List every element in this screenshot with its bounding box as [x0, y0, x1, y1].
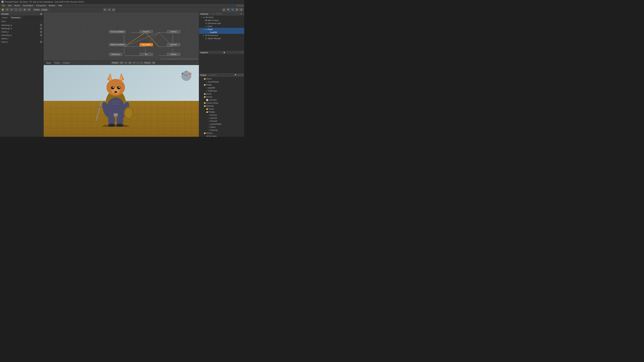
project-item-dogpbr-prefab[interactable]: ◇ DogPBR [199, 86, 244, 89]
hierarchy-add-btn[interactable]: + [210, 13, 211, 15]
hierarchy-search-input[interactable] [216, 12, 238, 15]
transform-tool[interactable]: ⊞ [23, 8, 26, 11]
menu-window[interactable]: Window [47, 4, 56, 7]
hierarchy-item-environment[interactable]: ▶ 🌿 Environment [199, 34, 244, 37]
hierarchy-item-my-game[interactable]: ▼ ◈ My Game [199, 16, 244, 19]
node-die-recover[interactable]: DieRecover [109, 53, 122, 56]
project-filter-icon[interactable]: ⊡ [238, 74, 240, 76]
effects-btn[interactable]: ✦ [132, 61, 136, 64]
play-button[interactable]: ▶ [103, 8, 107, 11]
project-item-enemy2[interactable]: ◇ Enemy2 [199, 116, 244, 119]
project-item-powerup[interactable]: ◇ Powerup [199, 129, 244, 132]
hierarchy-item-player[interactable]: ▼ ◈ Player › [199, 28, 244, 31]
lighting-btn[interactable]: ☀ [124, 61, 128, 64]
node-idle-battle[interactable]: Idle_Battle [140, 43, 153, 46]
rotate-tool[interactable]: ↻ [10, 8, 14, 11]
project-item-colors[interactable]: 📁 Colors [199, 107, 244, 110]
center-label[interactable]: Center [34, 9, 40, 11]
node-walk-forward[interactable]: WalkForwardBattle [109, 43, 126, 46]
tab-game[interactable]: Game [53, 61, 61, 64]
hierarchy-item-spawn-manager[interactable]: ◈ Spawn Manager [199, 37, 244, 40]
node-defend1[interactable]: Defend1 [167, 30, 180, 33]
collab-icon[interactable]: ☁ [222, 8, 226, 11]
project-add-btn[interactable]: + [208, 74, 209, 76]
inspector-menu-btn[interactable]: ⋮ [240, 51, 243, 54]
custom-tool[interactable]: ⚙ [27, 8, 31, 11]
tab-console[interactable]: Console [62, 61, 71, 64]
hierarchy-item-main-camera[interactable]: 📷 Main Camera [199, 19, 244, 22]
layout-icon[interactable]: ⊟ [240, 8, 243, 11]
animator-lock-icon[interactable]: 🔒 [40, 13, 42, 15]
tab-layers[interactable]: Layers [1, 16, 9, 19]
animator-graph[interactable]: Base Layer Auto Live Link ⋮ [44, 12, 199, 61]
project-item-scenes[interactable]: 📁 Scenes [199, 132, 244, 135]
layers-icon[interactable]: ⊞ [235, 8, 239, 11]
param-add-btn[interactable]: + [41, 20, 42, 22]
project-item-dogpolyart[interactable]: ◇ DogPolyart [199, 89, 244, 92]
account-label[interactable]: Account [237, 4, 244, 6]
param-dead-checkbox[interactable] [40, 41, 42, 43]
gizmos-btn[interactable]: Gizmos [144, 61, 151, 64]
node-die[interactable]: Die [140, 53, 153, 56]
scene-options-btn[interactable]: ⋮ [196, 61, 198, 64]
project-item-prefab[interactable]: 📁 Prefab [199, 83, 244, 86]
project-search-input[interactable] [210, 73, 234, 77]
search-icon[interactable]: 🔍 [234, 74, 237, 76]
hierarchy-item-directional-light[interactable]: ☀ Directional Light [199, 22, 244, 25]
all-btn[interactable]: All [152, 61, 156, 64]
node-run-forward[interactable]: RunForwardBattle [109, 30, 126, 33]
param-speed-value[interactable]: 0 [41, 38, 42, 39]
hierarchy-item-plane[interactable]: ▭ Plane [199, 25, 244, 28]
project-item-texture[interactable]: 📁 Texture [199, 95, 244, 98]
project-item-enemy3[interactable]: ◇ Enemy3 [199, 119, 244, 122]
global-label[interactable]: Global [42, 9, 47, 11]
project-item-sword-polyart[interactable]: ◇ SwordPolyart [199, 80, 244, 83]
inspector-lock-icon[interactable]: 🔒 [223, 51, 225, 53]
menu-assets[interactable]: Assets [13, 4, 21, 7]
graph-options-btn[interactable]: ⋮ [45, 57, 47, 60]
move-tool[interactable]: ✛ [5, 8, 9, 11]
menu-edit[interactable]: Edit [7, 4, 12, 7]
hierarchy-menu-btn[interactable]: ⋮ [243, 12, 244, 15]
project-item-materials[interactable]: 📁 Materials [199, 104, 244, 107]
hide-btn[interactable]: ○ [136, 61, 139, 64]
project-item-launch-object[interactable]: ◇ LaunchObject [199, 122, 244, 125]
rect-tool[interactable]: ▭ [18, 8, 22, 11]
hand-tool[interactable]: ✋ [1, 8, 5, 11]
menu-component[interactable]: Component [35, 4, 47, 7]
param-attacking2-checkbox[interactable] [40, 27, 42, 29]
stats-btn[interactable]: ≡ [140, 61, 143, 64]
menu-file[interactable]: File [1, 4, 6, 7]
project-item-player-prefab[interactable]: ◇ Player [199, 125, 244, 129]
node-get-hit1[interactable]: GetHit1 [167, 53, 180, 56]
param-gethit-checkbox[interactable] [40, 31, 42, 33]
hierarchy-all-label[interactable]: All [240, 13, 242, 15]
project-item-scene-folder[interactable]: 📁 Scene [199, 92, 244, 95]
scene-canvas[interactable]: Persp [44, 65, 199, 137]
menu-help[interactable]: Help [57, 4, 64, 7]
node-attack01[interactable]: Attack01 [140, 30, 153, 33]
services-icon[interactable]: ⚑ [226, 8, 230, 11]
account-icon[interactable]: 👤 [231, 8, 234, 11]
hierarchy-item-dogpbr[interactable]: ◇ DogPBR › [199, 31, 244, 34]
project-item-course-library[interactable]: 📁 Course Library [199, 101, 244, 104]
param-attacking1-checkbox[interactable] [40, 24, 42, 26]
shading-dropdown[interactable]: Shaded [111, 61, 119, 64]
tab-scene[interactable]: Scene [44, 61, 52, 64]
project-item-my-game-scene[interactable]: 🎮 My Game [199, 135, 244, 137]
hierarchy-options-btn[interactable]: ▾ [213, 13, 214, 15]
menu-gameobject[interactable]: GameObject [22, 4, 34, 7]
2d-toggle[interactable]: 2D [120, 61, 124, 64]
scale-tool[interactable]: ⤡ [14, 8, 18, 11]
tab-parameters[interactable]: Parameters [10, 16, 22, 19]
node-attack02[interactable]: Attack02 [167, 43, 180, 46]
pause-button[interactable]: ⏸ [108, 8, 111, 11]
project-item-promotion[interactable]: 📄 promotion [199, 98, 244, 101]
param-defending-checkbox[interactable] [40, 34, 42, 36]
audio-btn[interactable]: 🔊 [128, 61, 132, 64]
project-item-prefabs[interactable]: 📁 Prefabs [199, 110, 244, 113]
project-item-sword[interactable]: 📁 Sword [199, 77, 244, 80]
step-button[interactable]: ⏭ [112, 8, 116, 11]
project-menu-btn[interactable]: ⋮ [243, 74, 244, 76]
project-item-enemy1[interactable]: ◇ Enemy1 [199, 113, 244, 116]
